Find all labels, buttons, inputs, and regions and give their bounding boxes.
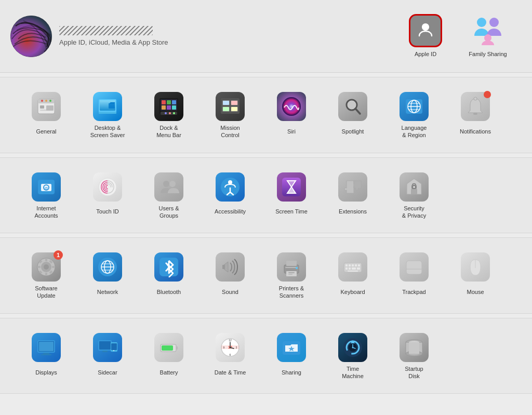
svg-point-9 [45, 100, 47, 102]
touchid-icon [93, 172, 122, 202]
desktop-icon [93, 92, 122, 121]
trackpad-label: Trackpad [402, 285, 425, 299]
siri-icon [277, 92, 306, 121]
svg-rect-85 [222, 265, 225, 269]
svg-rect-103 [348, 271, 358, 272]
svg-point-66 [44, 264, 49, 270]
svg-point-138 [352, 346, 354, 348]
users-label: Users &Groups [158, 205, 179, 220]
pref-sidecar[interactable]: Sidecar [77, 328, 138, 384]
pref-spotlight[interactable]: Spotlight [322, 87, 383, 143]
pref-displays[interactable]: Displays [16, 328, 77, 384]
pref-siri[interactable]: Siri [261, 87, 322, 143]
svg-rect-67 [45, 258, 47, 261]
svg-text:@: @ [45, 186, 48, 190]
family-sharing-icon-wrap [471, 14, 504, 47]
pref-software[interactable]: 1 SoftwareUpdate [16, 247, 77, 304]
personal-grid: General [16, 87, 516, 143]
pref-sharing[interactable]: Sharing [261, 328, 322, 384]
pref-touchid[interactable]: Touch ID [77, 167, 138, 224]
apple-id-button[interactable]: Apple ID [402, 14, 449, 58]
pref-mission[interactable]: MissionControl [200, 87, 261, 143]
sidecar-icon [93, 333, 122, 362]
svg-rect-98 [358, 264, 360, 266]
svg-rect-5 [40, 105, 44, 109]
family-sharing-button[interactable]: Family Sharing [464, 14, 511, 58]
software-update-badge: 1 [54, 250, 63, 260]
svg-rect-101 [352, 267, 356, 270]
family-sharing-icon [471, 14, 504, 47]
notifications-icon [461, 92, 490, 121]
svg-rect-102 [357, 267, 360, 270]
user-info: Apple ID, iCloud, Media & App Store [59, 26, 168, 46]
pref-datetime[interactable]: 12 3 6 9 17 Date & Time [200, 328, 261, 384]
pref-screentime[interactable]: Screen Time [261, 167, 322, 224]
mouse-icon [461, 252, 490, 282]
section-personal: General [0, 77, 532, 153]
pref-language[interactable]: Language& Region [383, 87, 445, 143]
svg-rect-47 [473, 113, 477, 115]
software-label: SoftwareUpdate [35, 285, 57, 300]
svg-point-55 [169, 181, 176, 187]
mouse-label: Mouse [467, 285, 484, 299]
svg-point-131 [230, 346, 231, 348]
pref-keyboard[interactable]: Keyboard [322, 247, 383, 304]
svg-point-10 [49, 100, 51, 102]
pref-trackpad[interactable]: Trackpad [383, 247, 445, 304]
pref-mouse[interactable]: Mouse [445, 247, 506, 304]
pref-internet[interactable]: @ InternetAccounts [16, 167, 77, 224]
battery-icon [154, 333, 183, 362]
svg-point-90 [296, 267, 298, 269]
svg-rect-87 [286, 261, 297, 266]
svg-text:12: 12 [229, 339, 232, 342]
general-icon [32, 92, 61, 121]
pref-startup[interactable]: StartupDisk [383, 328, 445, 384]
svg-rect-114 [102, 351, 108, 352]
svg-point-2 [484, 34, 491, 42]
keyboard-icon [338, 252, 367, 282]
svg-point-26 [169, 112, 171, 114]
svg-rect-99 [345, 267, 348, 270]
spotlight-label: Spotlight [342, 124, 364, 139]
pref-bluetooth[interactable]: Bluetooth [138, 247, 200, 304]
printers-icon [277, 252, 306, 282]
pref-network[interactable]: Network [77, 247, 138, 304]
pref-dock[interactable]: Dock &Menu Bar [138, 87, 200, 143]
security-icon [400, 172, 429, 202]
pref-desktop[interactable]: Desktop &Screen Saver [77, 87, 138, 143]
pref-extensions[interactable]: Extensions [322, 167, 383, 224]
svg-rect-94 [345, 264, 348, 266]
language-label: Language& Region [402, 124, 427, 139]
pref-accessibility[interactable]: Accessibility [200, 167, 261, 224]
pref-timemachine[interactable]: TimeMachine [322, 328, 383, 384]
pref-printers[interactable]: Printers &Scanners [261, 247, 322, 304]
svg-rect-68 [45, 273, 47, 276]
svg-text:6: 6 [230, 353, 231, 356]
svg-rect-111 [41, 354, 51, 355]
apple-id-label: Apple ID [415, 50, 436, 58]
section-security: @ InternetAccounts [0, 157, 532, 234]
pref-battery[interactable]: Battery [138, 328, 200, 384]
system-grid: Displays Sidecar [16, 328, 516, 384]
spotlight-icon [338, 92, 367, 121]
svg-rect-69 [37, 266, 41, 268]
svg-rect-109 [39, 342, 54, 351]
keyboard-label: Keyboard [340, 285, 365, 299]
displays-label: Displays [35, 365, 57, 380]
svg-rect-18 [162, 100, 166, 104]
pref-users[interactable]: Users &Groups [138, 167, 200, 224]
sharing-label: Sharing [282, 365, 301, 380]
sound-icon [216, 252, 245, 282]
pref-notifications[interactable]: Notifications [445, 87, 506, 143]
trackpad-icon [400, 252, 429, 282]
svg-rect-20 [172, 100, 176, 104]
network-icon [93, 252, 122, 282]
security-grid: @ InternetAccounts [16, 167, 516, 224]
svg-point-25 [165, 112, 167, 114]
pref-sound[interactable]: Sound [200, 247, 261, 304]
pref-general[interactable]: General [16, 87, 77, 143]
accessibility-icon [216, 172, 245, 202]
extensions-icon [338, 172, 367, 202]
svg-rect-95 [349, 264, 351, 266]
pref-security[interactable]: Security& Privacy [383, 167, 445, 224]
